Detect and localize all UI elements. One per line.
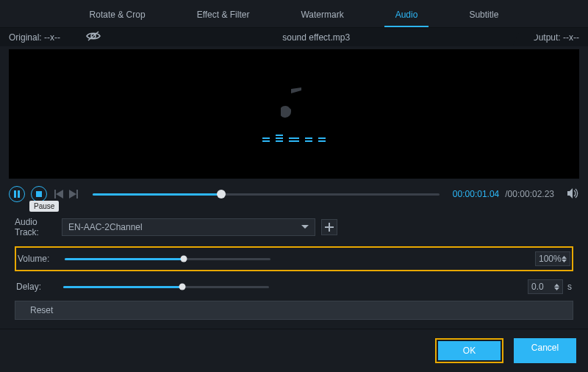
delay-value: 0.0	[531, 282, 544, 292]
volume-slider[interactable]	[65, 258, 270, 260]
tab-rotate[interactable]: Rotate & Crop	[79, 6, 157, 27]
volume-row: Volume: 100%	[15, 246, 573, 271]
cancel-button[interactable]: Cancel	[514, 338, 576, 363]
footer-bar: OK Cancel	[0, 329, 588, 372]
filename-label: sound effect.mp3	[282, 32, 350, 43]
output-dimensions: Output: --x--	[531, 32, 579, 43]
add-track-button[interactable]	[321, 219, 337, 235]
delay-unit: s	[567, 282, 572, 292]
seek-slider[interactable]	[93, 193, 440, 196]
delay-input[interactable]: 0.0	[528, 279, 563, 294]
reset-button[interactable]: Reset	[15, 301, 573, 320]
tab-subtitle[interactable]: Subtitle	[458, 6, 509, 27]
original-dimensions: Original: --x--	[9, 32, 60, 43]
player-bar: 00:00:01.04/00:00:02.23 Pause	[0, 179, 588, 210]
current-time: 00:00:01.04	[453, 189, 499, 199]
stop-button[interactable]	[31, 186, 47, 202]
svg-rect-4	[36, 191, 42, 197]
tab-audio[interactable]: Audio	[384, 6, 429, 27]
tab-watermark[interactable]: Watermark	[290, 6, 354, 27]
delay-slider[interactable]	[63, 286, 269, 288]
svg-rect-3	[18, 190, 20, 198]
speaker-icon[interactable]	[567, 188, 579, 201]
pause-tooltip: Pause	[29, 201, 59, 212]
plus-icon	[325, 223, 334, 232]
next-button[interactable]	[69, 190, 79, 198]
tabs-bar: Rotate & Crop Effect & Filter Watermark …	[0, 0, 588, 28]
ok-highlight: OK	[435, 338, 503, 363]
svg-rect-2	[14, 190, 16, 198]
visibility-icon[interactable]	[86, 31, 101, 43]
volume-label: Volume:	[18, 254, 65, 264]
audio-track-select[interactable]: EN-AAC-2Channel	[62, 218, 315, 236]
controls-panel: Audio Track: EN-AAC-2Channel Volume: 100…	[0, 210, 588, 327]
spinner-down-icon[interactable]	[554, 287, 559, 290]
delay-label: Delay:	[16, 282, 63, 292]
volume-value: 100%	[539, 254, 562, 264]
pause-button[interactable]	[9, 186, 25, 202]
equalizer-icon	[262, 135, 326, 142]
ok-button[interactable]: OK	[438, 341, 501, 360]
audio-track-label: Audio Track:	[15, 217, 62, 237]
spinner-down-icon[interactable]	[562, 260, 567, 262]
chevron-down-icon	[301, 225, 309, 229]
preview-area	[9, 49, 579, 179]
spinner-up-icon[interactable]	[562, 256, 567, 259]
tab-effect[interactable]: Effect & Filter	[186, 6, 261, 27]
audio-track-value: EN-AAC-2Channel	[68, 222, 143, 232]
volume-input[interactable]: 100%	[535, 251, 570, 266]
delay-row: Delay: 0.0 s	[15, 276, 573, 298]
duration-time: /00:00:02.23	[505, 189, 554, 199]
status-bar: Original: --x-- sound effect.mp3 Output:…	[0, 28, 588, 46]
spinner-up-icon[interactable]	[554, 284, 559, 287]
prev-button[interactable]	[53, 190, 63, 198]
music-note-icon	[281, 86, 307, 121]
